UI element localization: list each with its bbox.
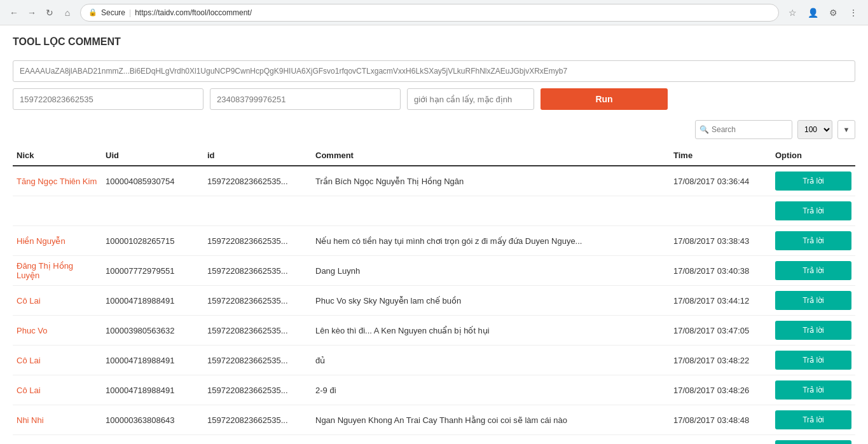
cell-nick: Cô Lai xyxy=(13,346,102,375)
forward-button[interactable]: → xyxy=(24,5,39,20)
traloi-button[interactable]: Trả lời xyxy=(775,351,851,370)
table-body: Tăng Ngọc Thiên Kim100004085930754159722… xyxy=(13,166,855,444)
url-text: https://taidv.com/ftool/loccomment/ xyxy=(135,8,252,17)
traloi-button[interactable]: Trả lời xyxy=(775,321,851,340)
cell-comment: Lên kèo thì đi... A Ken Nguyen chuẩn bị … xyxy=(312,316,670,346)
cell-nick: Nhi Nhi xyxy=(13,405,102,435)
user-icon[interactable]: 👤 xyxy=(804,4,821,21)
nick-link[interactable]: Đăng Thị Hồng Luyện xyxy=(17,261,73,280)
cell-nick xyxy=(13,196,102,226)
col-header-nick: Nick xyxy=(13,145,102,166)
cell-comment: Nếu hem có tiền hay tụi mình chơi trọn g… xyxy=(312,226,670,256)
nick-link[interactable]: Tăng Ngọc Thiên Kim xyxy=(17,177,97,186)
post-id-input[interactable]: 234083799976251 xyxy=(210,88,401,110)
cell-uid: 100007772979551 xyxy=(102,256,203,286)
page-title: TOOL LỌC COMMENT xyxy=(13,36,855,48)
cell-nick: Tuấn Gia xyxy=(13,435,102,445)
cell-time: 17/08/2017 03:48:22 xyxy=(670,346,771,375)
cell-option: Trả lời xyxy=(771,256,855,286)
back-button[interactable]: ← xyxy=(6,5,22,20)
cell-time: 17/08/2017 03:49:10 xyxy=(670,435,771,445)
cell-comment: Ngan Nguyen Khong An Trai Cay Thanh Hằng… xyxy=(312,405,670,435)
cell-comment: Dang Luynh xyxy=(312,256,670,286)
cell-id: 1597220823662535... xyxy=(203,316,312,346)
cell-option: Trả lời xyxy=(771,405,855,435)
cell-id: 1597220823662535... xyxy=(203,405,312,435)
cell-comment xyxy=(312,196,670,226)
nick-link[interactable]: Cô Lai xyxy=(17,386,41,395)
nav-buttons: ← → ↻ ⌂ xyxy=(6,5,75,20)
address-bar[interactable]: 🔒 Secure | https://taidv.com/ftool/locco… xyxy=(80,4,779,22)
cell-uid: 100001028265715 xyxy=(102,226,203,256)
per-page-select[interactable]: 100 10 25 50 xyxy=(797,120,832,139)
cell-nick: Cô Lai xyxy=(13,375,102,405)
table-row: Phuc Vo1000039805636321597220823662535..… xyxy=(13,316,855,346)
traloi-button[interactable]: Trả lời xyxy=(775,380,851,400)
col-header-id: id xyxy=(203,145,312,166)
nick-link[interactable]: Cô Lai xyxy=(17,356,41,365)
cell-comment: đủ xyxy=(312,346,670,375)
cell-time: 17/08/2017 03:40:38 xyxy=(670,256,771,286)
traloi-button[interactable]: Trả lời xyxy=(775,201,851,220)
nick-link[interactable]: Phuc Vo xyxy=(17,326,47,335)
cell-id xyxy=(203,196,312,226)
col-header-option: Option xyxy=(771,145,855,166)
traloi-button[interactable]: Trả lời xyxy=(775,231,851,250)
cell-time xyxy=(670,196,771,226)
cell-option: Trả lời xyxy=(771,346,855,375)
cell-option: Trả lời xyxy=(771,316,855,346)
nick-link[interactable]: Nhi Nhi xyxy=(17,415,44,425)
cell-comment: Elise Phương Mỹ Hạnh Nguyễn Hương Nguyễn… xyxy=(312,435,670,445)
cell-comment: Phuc Vo sky Sky Nguyễn lam chế buồn xyxy=(312,286,670,316)
menu-icon[interactable]: ⋮ xyxy=(845,4,862,21)
separator: | xyxy=(129,8,131,17)
cell-uid: 100004718988491 xyxy=(102,375,203,405)
cell-time: 17/08/2017 03:47:05 xyxy=(670,316,771,346)
traloi-button[interactable]: Trả lời xyxy=(775,261,851,280)
cell-id: 1597220823662535... xyxy=(203,256,312,286)
nick-link[interactable]: Hiền Nguyễn xyxy=(17,236,65,246)
uid-input[interactable]: 1597220823662535 xyxy=(13,88,203,110)
table-row: Cô Lai1000047189884911597220823662535...… xyxy=(13,346,855,375)
home-button[interactable]: ⌂ xyxy=(60,5,75,20)
limit-input[interactable] xyxy=(407,88,534,110)
cell-time: 17/08/2017 03:36:44 xyxy=(670,166,771,196)
cell-nick: Phuc Vo xyxy=(13,316,102,346)
cell-time: 17/08/2017 03:48:26 xyxy=(670,375,771,405)
col-header-uid: Uid xyxy=(102,145,203,166)
cell-comment: 2-9 đi xyxy=(312,375,670,405)
extensions-icon[interactable]: ⚙ xyxy=(825,4,841,21)
search-input[interactable] xyxy=(712,125,788,134)
token-row: EAAAAUaZA8jlABAD21nmmZ...Bi6EDqHLgVrdh0X… xyxy=(13,60,855,82)
table-row: Tăng Ngọc Thiên Kim100004085930754159722… xyxy=(13,166,855,196)
cell-id: 1597220823662535... xyxy=(203,346,312,375)
cell-time: 17/08/2017 03:44:12 xyxy=(670,286,771,316)
table-row: Trả lời xyxy=(13,196,855,226)
cell-time: 17/08/2017 03:38:43 xyxy=(670,226,771,256)
traloi-button[interactable]: Trả lời xyxy=(775,410,851,429)
controls-row: 1597220823662535 234083799976251 Run xyxy=(13,88,855,110)
table-row: Hiền Nguyễn10000102826571515972208236625… xyxy=(13,226,855,256)
run-button[interactable]: Run xyxy=(541,88,668,110)
cell-uid: 100001856905500 xyxy=(102,435,203,445)
dropdown-button[interactable]: ▼ xyxy=(837,120,855,139)
cell-option: Trả lời xyxy=(771,375,855,405)
browser-actions: ☆ 👤 ⚙ ⋮ xyxy=(784,4,862,21)
table-row: Cô Lai1000047189884911597220823662535...… xyxy=(13,375,855,405)
nick-link[interactable]: Cô Lai xyxy=(17,296,41,306)
traloi-button[interactable]: Trả lời xyxy=(775,440,851,444)
traloi-button[interactable]: Trả lời xyxy=(775,291,851,310)
bookmark-icon[interactable]: ☆ xyxy=(784,4,801,21)
refresh-button[interactable]: ↻ xyxy=(42,5,57,20)
token-input[interactable]: EAAAAUaZA8jlABAD21nmmZ...Bi6EDqHLgVrdh0X… xyxy=(13,60,855,82)
cell-id: 1597220823662535... xyxy=(203,286,312,316)
cell-uid xyxy=(102,196,203,226)
cell-comment: Trần Bích Ngọc Nguyễn Thị Hồng Ngân xyxy=(312,166,670,196)
col-header-comment: Comment xyxy=(312,145,670,166)
cell-nick: Cô Lai xyxy=(13,286,102,316)
table-header: Nick Uid id Comment Time Option xyxy=(13,145,855,166)
table-controls: 🔍 100 10 25 50 ▼ xyxy=(13,120,855,139)
secure-label: Secure xyxy=(101,8,125,17)
traloi-button[interactable]: Trả lời xyxy=(775,172,851,191)
cell-option: Trả lời xyxy=(771,435,855,445)
